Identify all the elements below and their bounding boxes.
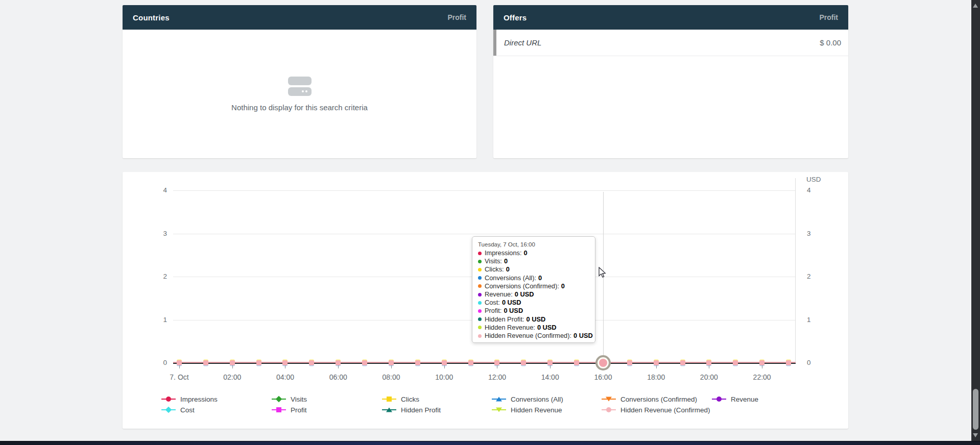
scroll-up-icon[interactable] (973, 4, 978, 8)
tooltip-row: Hidden Revenue:0 USD (478, 324, 589, 332)
legend-label: Profit (291, 406, 307, 414)
data-point-marker[interactable] (309, 360, 314, 365)
tooltip-series-value: 0 (561, 282, 565, 290)
countries-metric-label[interactable]: Profit (447, 13, 466, 21)
vertical-scrollbar[interactable] (971, 0, 980, 441)
offers-panel-title: Offers (504, 13, 527, 22)
offer-row-direct-url[interactable]: Direct URL $ 0.00 (493, 30, 848, 56)
legend-label: Conversions (All) (511, 395, 563, 403)
legend-label: Visits (291, 395, 307, 403)
data-point-marker[interactable] (733, 360, 738, 365)
legend-item-conversions-all[interactable]: Conversions (All) (492, 394, 563, 404)
tooltip-series-value: 0 (506, 265, 510, 274)
right-axis-line (795, 178, 796, 363)
x-axis-label: 12:00 (488, 373, 506, 381)
tooltip-series-bullet-icon (478, 252, 482, 255)
data-point-marker[interactable] (362, 360, 367, 365)
legend-label: Clicks (401, 395, 419, 403)
offers-metric-label[interactable]: Profit (819, 13, 838, 21)
data-point-marker[interactable] (654, 360, 659, 365)
data-point-marker[interactable] (203, 360, 208, 365)
legend-marker-icon (492, 406, 506, 413)
tooltip-series-bullet-icon (478, 317, 482, 321)
data-point-marker[interactable] (282, 360, 288, 365)
data-point-marker[interactable] (468, 360, 473, 365)
x-axis-line (173, 363, 796, 364)
countries-panel-header: Countries Profit (123, 5, 476, 30)
data-point-marker[interactable] (547, 360, 553, 365)
data-point-marker[interactable] (759, 360, 764, 365)
data-point-marker[interactable] (177, 360, 182, 365)
data-point-marker[interactable] (415, 360, 420, 365)
x-axis-label: 22:00 (753, 373, 771, 381)
footer-bar (0, 441, 980, 445)
tooltip-series-value: 0 USD (527, 315, 546, 324)
hovered-data-point[interactable] (599, 359, 607, 367)
legend-item-hidden-profit[interactable]: Hidden Profit (382, 405, 441, 414)
tooltip-row: Visits:0 (478, 257, 589, 265)
legend-item-hidden-revenue[interactable]: Hidden Revenue (492, 405, 562, 414)
x-axis-label: 10:00 (435, 373, 453, 381)
data-point-marker[interactable] (442, 360, 447, 365)
offer-name[interactable]: Direct URL (504, 38, 541, 47)
tooltip-title: Tuesday, 7 Oct, 16:00 (478, 241, 589, 248)
scroll-down-icon[interactable] (973, 433, 978, 437)
tooltip-row: Conversions (Confirmed):0 (478, 282, 589, 290)
data-point-marker[interactable] (336, 360, 341, 365)
y-axis-label-right: 4 (807, 186, 822, 194)
tooltip-row: Conversions (All):0 (478, 274, 589, 282)
offers-panel: Offers Profit Direct URL $ 0.00 (493, 5, 848, 158)
legend-item-cost[interactable]: Cost (161, 405, 195, 414)
empty-data-icon (288, 77, 312, 96)
legend-marker-icon (272, 406, 286, 413)
tooltip-row: Cost:0 USD (478, 299, 589, 307)
legend-item-visits[interactable]: Visits (272, 394, 307, 404)
legend-item-profit[interactable]: Profit (272, 405, 307, 414)
data-point-marker[interactable] (256, 360, 261, 365)
countries-empty-state: Nothing to display for this search crite… (123, 30, 476, 158)
legend-item-clicks[interactable]: Clicks (382, 394, 419, 404)
y-gridline (173, 234, 796, 234)
legend-item-revenue[interactable]: Revenue (712, 394, 758, 404)
y-axis-label-left: 2 (147, 273, 167, 280)
tooltip-series-bullet-icon (478, 284, 482, 288)
data-point-marker[interactable] (574, 360, 579, 365)
scrollbar-thumb[interactable] (973, 389, 978, 430)
tooltip-series-bullet-icon (478, 260, 482, 263)
data-point-marker[interactable] (706, 360, 711, 365)
data-point-marker[interactable] (494, 360, 499, 365)
legend-label: Revenue (731, 395, 758, 403)
legend-item-hidden-revenue-confirmed[interactable]: Hidden Revenue (Confirmed) (602, 405, 710, 414)
data-point-marker[interactable] (680, 360, 685, 365)
tooltip-series-bullet-icon (478, 301, 482, 305)
data-point-marker[interactable] (627, 360, 632, 365)
data-point-marker[interactable] (786, 360, 791, 365)
legend-marker-icon (382, 406, 396, 413)
x-axis-label: 18:00 (647, 373, 665, 381)
legend-label: Impressions (180, 395, 218, 403)
y-axis-label-left: 1 (147, 316, 167, 324)
tooltip-series-label: Hidden Revenue: (485, 324, 535, 332)
legend-marker-icon (602, 406, 616, 413)
legend-item-conversions-confirmed[interactable]: Conversions (Confirmed) (602, 394, 697, 404)
offer-profit-value: $ 0.00 (820, 38, 841, 47)
tooltip-series-label: Impressions: (485, 249, 522, 257)
legend-label: Hidden Revenue (Confirmed) (620, 406, 710, 414)
legend-marker-icon (602, 395, 616, 403)
legend-label: Cost (180, 406, 195, 414)
legend-marker-icon (161, 395, 176, 403)
tooltip-series-label: Visits: (485, 257, 502, 265)
tooltip-row: Revenue:0 USD (478, 290, 589, 299)
tooltip-series-bullet-icon (478, 293, 482, 296)
tooltip-row: Clicks:0 (478, 265, 589, 274)
legend-marker-icon (492, 395, 506, 403)
y-axis-label-left: 0 (147, 359, 167, 366)
y-axis-label-right: 1 (807, 316, 822, 324)
legend-item-impressions[interactable]: Impressions (161, 394, 218, 404)
data-point-marker[interactable] (389, 360, 394, 365)
tooltip-series-label: Hidden Revenue (Confirmed): (485, 332, 571, 340)
y-axis-label-right: 2 (807, 273, 822, 280)
data-point-marker[interactable] (521, 360, 526, 365)
data-point-marker[interactable] (230, 360, 235, 365)
legend-marker-icon (712, 395, 726, 403)
